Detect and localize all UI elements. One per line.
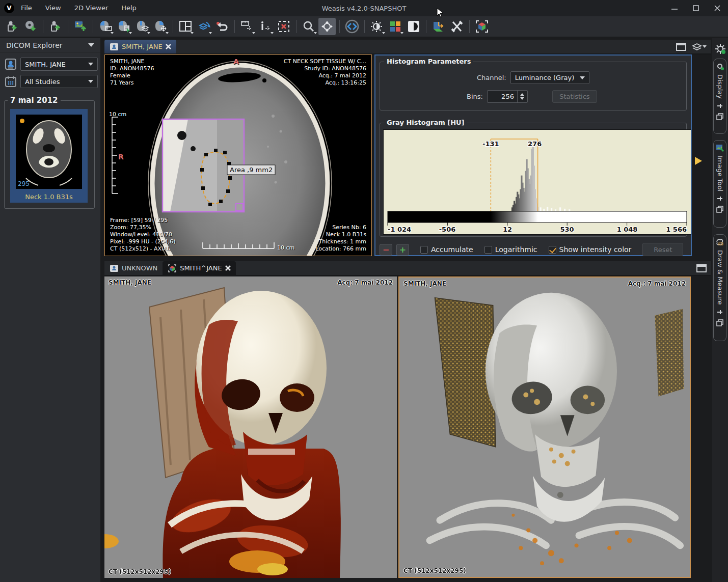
overlay-series-info: Series Nb: 6Neck 1.0 B31s Thickness: 1 m… — [315, 224, 366, 253]
orientation-anterior: A — [233, 58, 239, 66]
measurement-tools-icon[interactable] — [238, 18, 256, 35]
logarithmic-checkbox[interactable]: Logarithmic — [484, 245, 537, 254]
checkbox-icon[interactable] — [484, 246, 492, 254]
accumulate-checkbox[interactable]: Accumulate — [420, 245, 473, 254]
spin-down-icon[interactable] — [520, 97, 524, 100]
dicom-explorer-title: DICOM Explorer — [6, 41, 63, 49]
zoom-in-button[interactable]: + — [396, 244, 409, 256]
series-thumbnail[interactable]: 295 Neck 1.0 B31s — [10, 109, 88, 203]
menu-view[interactable]: View — [39, 0, 68, 16]
histogram-plot[interactable]: -131 276 -1 024 -506 12 530 1 048 1 566 — [383, 129, 691, 235]
layout-icon[interactable] — [177, 18, 194, 35]
ruler-left-label: 10 cm — [109, 111, 126, 118]
spin-up-icon[interactable] — [520, 93, 524, 96]
tab-smith-jane-2d[interactable]: SMITH, JANE — [104, 40, 176, 53]
calendar-icon — [5, 76, 16, 87]
patient-monitor-icon — [110, 43, 119, 51]
show-intensity-checkbox[interactable]: Show intensity color — [549, 245, 632, 254]
rail-tab-label: Draw & Measure — [716, 250, 724, 305]
mouse-left-measure-icon[interactable] — [97, 18, 114, 35]
tab-label: SMITH, JANE — [122, 43, 163, 50]
tab-smith-jane-3d[interactable]: SMITH^JANE — [163, 261, 235, 275]
import-cd-icon[interactable] — [22, 18, 39, 35]
gear-icon[interactable] — [715, 43, 726, 54]
volume-tools-icon[interactable] — [448, 18, 466, 35]
bins-spinner[interactable]: 256 — [487, 90, 528, 103]
rail-tab-draw-measure[interactable]: Draw & Measure — [713, 234, 726, 341]
overlay-acquisition: Acq: 7 mai 2012 — [337, 279, 393, 286]
import-dicom-icon[interactable] — [4, 18, 21, 35]
bins-value: 256 — [488, 93, 517, 100]
minimize-button[interactable] — [664, 0, 685, 16]
statistics-label: Statistics — [559, 93, 589, 100]
main-toolbar — [0, 16, 728, 37]
series-label: Neck 1.0 B31s — [10, 193, 88, 201]
export-image-icon[interactable] — [72, 18, 89, 35]
mpr-3d-icon[interactable] — [430, 18, 447, 35]
svg-text:276: 276 — [528, 140, 542, 148]
pin-icon[interactable] — [716, 309, 723, 315]
close-tab-icon[interactable] — [166, 44, 171, 49]
export-dicom-icon[interactable] — [47, 18, 64, 35]
menu-file[interactable]: File — [14, 0, 39, 16]
volume-view-color[interactable]: SMITH, JANE Acq: 7 mai 2012 CT (512x512x… — [104, 276, 397, 578]
pin-icon[interactable] — [716, 196, 723, 202]
annotation-tools-icon[interactable] — [257, 18, 274, 35]
maximize-pane-icon[interactable] — [676, 43, 686, 51]
app-logo-icon: V — [4, 3, 14, 13]
patient-select[interactable]: SMITH, JANE — [20, 58, 98, 71]
menu-2d-viewer[interactable]: 2D Viewer — [68, 0, 115, 16]
zoom-out-button[interactable]: − — [380, 244, 392, 256]
overlay-acquisition: Acq.: 7 mai 2012 — [628, 280, 686, 287]
statistics-button[interactable]: Statistics — [552, 90, 597, 103]
invert-lut-icon[interactable] — [405, 18, 422, 35]
panel-collapse-arrow-icon[interactable] — [694, 156, 703, 166]
intensity-label: Show intensity color — [559, 245, 632, 254]
maximize-button[interactable] — [685, 0, 707, 16]
rail-tab-image-tool[interactable]: Image Tool — [713, 140, 726, 228]
overlay-frame-info: Frame: [59] 59 / 295Zoom: 77,35% Window/… — [110, 217, 175, 253]
mouse-left-contextmenu-icon[interactable] — [115, 18, 132, 35]
volume-view-bone[interactable]: SMITH, JANE Acq.: 7 mai 2012 CT (512x512… — [398, 276, 691, 578]
mouse-right-pan-icon[interactable] — [152, 18, 169, 35]
image-tool-icon — [716, 144, 724, 152]
reset-icon[interactable] — [213, 18, 231, 35]
layers-menu-icon[interactable] — [691, 42, 707, 51]
pin-icon[interactable] — [716, 103, 723, 109]
patient-select-value: SMITH, JANE — [25, 61, 66, 68]
open-3d-cube-icon[interactable] — [473, 18, 491, 35]
accumulate-label: Accumulate — [431, 245, 473, 254]
menu-help[interactable]: Help — [115, 0, 143, 16]
svg-text:12: 12 — [503, 226, 512, 233]
float-window-icon[interactable] — [716, 319, 723, 326]
flip-icon[interactable] — [343, 18, 361, 35]
float-window-icon[interactable] — [716, 206, 723, 213]
orientation-right: R — [118, 153, 124, 161]
window-level-icon[interactable] — [368, 18, 386, 35]
close-tab-icon[interactable] — [225, 265, 231, 271]
studies-select[interactable]: All Studies — [20, 75, 98, 88]
mouse-middle-series-icon[interactable] — [133, 18, 151, 35]
float-window-icon[interactable] — [716, 113, 723, 120]
close-button[interactable] — [707, 0, 728, 16]
pan-icon[interactable] — [318, 18, 336, 35]
lut-icon[interactable] — [387, 18, 404, 35]
svg-text:530: 530 — [560, 226, 574, 233]
reset-button[interactable]: Reset — [642, 243, 683, 256]
viewer3d-tab-bar: UNKNOWN SMITH^JANE — [104, 261, 711, 276]
svg-text:-131: -131 — [482, 140, 499, 148]
dicom-explorer-header[interactable]: DICOM Explorer — [0, 38, 100, 52]
group-title: Histogram Parameters — [384, 58, 473, 65]
maximize-pane-icon[interactable] — [696, 264, 707, 272]
rail-tab-display[interactable]: Display — [713, 59, 726, 134]
tab-label: SMITH^JANE — [180, 264, 222, 272]
zoom-icon[interactable] — [300, 18, 317, 35]
checkbox-checked-icon[interactable] — [549, 246, 556, 254]
synch-icon[interactable] — [195, 18, 212, 35]
delete-measurements-icon[interactable] — [275, 18, 292, 35]
checkbox-icon[interactable] — [420, 246, 428, 254]
volume-render-bone — [399, 278, 690, 577]
tab-unknown[interactable]: UNKNOWN — [104, 261, 163, 275]
ct-axial-viewport[interactable]: Area ,9 mm2 SMITH, JANEID: ANON48576 Fem… — [104, 54, 372, 256]
channel-select[interactable]: Luminance (Gray) — [510, 71, 589, 84]
